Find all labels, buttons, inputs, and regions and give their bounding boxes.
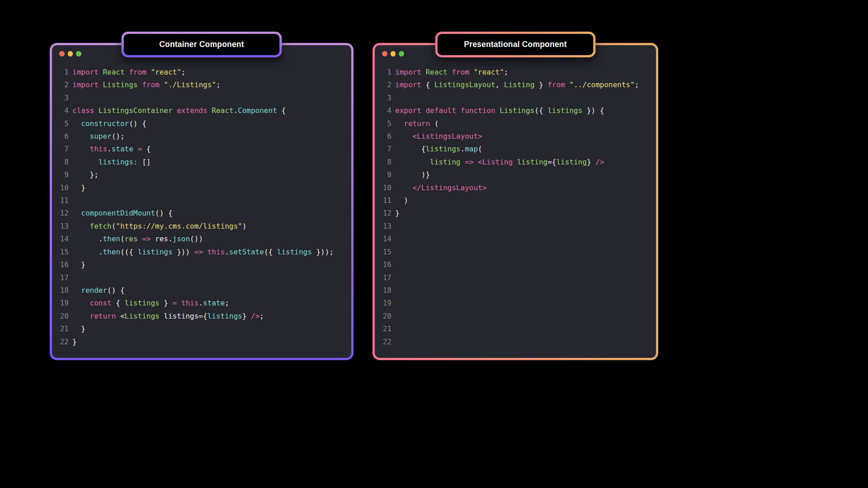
- code-text: .then(res => res.json()): [69, 233, 203, 245]
- code-line: 18 render() {: [52, 284, 351, 297]
- code-text: [392, 233, 395, 245]
- code-line: 8 listing => <Listing listing={listing} …: [375, 156, 656, 169]
- line-number: 5: [375, 117, 392, 130]
- line-number: 4: [375, 104, 392, 117]
- line-number: 15: [375, 246, 392, 258]
- code-text: }: [392, 207, 400, 220]
- code-window-container: Container Component 1import React from "…: [50, 43, 354, 360]
- code-text: [392, 336, 395, 348]
- line-number: 9: [52, 169, 69, 181]
- window-title: Container Component: [159, 40, 244, 49]
- line-number: 3: [52, 92, 69, 104]
- code-area: 1import React from "react";2import Listi…: [52, 66, 351, 348]
- code-line: 15: [375, 246, 656, 258]
- code-line: 22}: [52, 336, 351, 348]
- code-text: export default function Listings({ listi…: [392, 104, 604, 117]
- line-number: 4: [52, 104, 69, 117]
- code-text: this.state = {: [69, 143, 151, 155]
- traffic-lights: [59, 51, 81, 56]
- code-line: 7 {listings.map(: [375, 143, 656, 155]
- code-text: [392, 246, 395, 258]
- line-number: 20: [52, 310, 69, 323]
- code-text: import { ListingsLayout, Listing } from …: [392, 79, 639, 91]
- line-number: 13: [52, 220, 69, 233]
- code-text: listing => <Listing listing={listing} />: [392, 156, 604, 169]
- code-line: 22: [375, 336, 656, 348]
- code-text: )}: [392, 169, 430, 181]
- traffic-lights: [382, 51, 404, 56]
- code-line: 16 }: [52, 258, 351, 271]
- line-number: 16: [375, 258, 392, 271]
- line-number: 8: [375, 156, 392, 169]
- code-line: 7 this.state = {: [52, 143, 351, 155]
- code-line: 8 listings: []: [52, 156, 351, 169]
- code-line: 20 return <Listings listings={listings} …: [52, 310, 351, 323]
- line-number: 15: [52, 246, 69, 258]
- minimize-button[interactable]: [68, 51, 73, 56]
- code-text: fetch("https://my.cms.com/listings"): [69, 220, 246, 233]
- line-number: 17: [52, 272, 69, 284]
- line-number: 6: [375, 130, 392, 143]
- code-line: 13 fetch("https://my.cms.com/listings"): [52, 220, 351, 233]
- code-text: import Listings from "./Listings";: [69, 79, 221, 91]
- zoom-button[interactable]: [399, 51, 404, 56]
- line-number: 11: [52, 194, 69, 207]
- code-line: 12}: [375, 207, 656, 220]
- code-line: 21: [375, 323, 656, 335]
- code-text: </ListingsLayout>: [392, 182, 486, 194]
- code-line: 2import Listings from "./Listings";: [52, 79, 351, 91]
- code-text: }: [69, 323, 85, 335]
- code-text: }: [69, 182, 85, 194]
- code-text: [392, 297, 395, 310]
- line-number: 11: [375, 194, 392, 207]
- line-number: 22: [52, 336, 69, 348]
- code-text: [69, 272, 72, 284]
- code-text: import React from "react";: [392, 66, 508, 79]
- code-line: 6 super();: [52, 130, 351, 143]
- code-text: [392, 258, 395, 271]
- code-line: 6 <ListingsLayout>: [375, 130, 656, 143]
- close-button[interactable]: [59, 51, 65, 56]
- line-number: 19: [52, 297, 69, 310]
- code-line: 14: [375, 233, 656, 245]
- line-number: 21: [375, 323, 392, 335]
- line-number: 16: [52, 258, 69, 271]
- code-text: constructor() {: [69, 117, 146, 130]
- code-text: }: [69, 336, 77, 348]
- code-line: 20: [375, 310, 656, 323]
- code-line: 3: [52, 92, 351, 104]
- close-button[interactable]: [382, 51, 387, 56]
- line-number: 2: [375, 79, 392, 91]
- desktop: { "page": { "background": "#000000" }, "…: [0, 0, 868, 488]
- minimize-button[interactable]: [391, 51, 396, 56]
- code-line: 16: [375, 258, 656, 271]
- code-line: 13: [375, 220, 656, 233]
- code-text: [392, 310, 395, 323]
- window-title: Presentational Component: [464, 40, 566, 49]
- line-number: 9: [375, 169, 392, 181]
- code-text: [392, 284, 395, 297]
- line-number: 8: [52, 156, 69, 169]
- code-text: componentDidMount() {: [69, 207, 173, 220]
- line-number: 7: [375, 143, 392, 155]
- line-number: 12: [375, 207, 392, 220]
- code-line: 15 .then(({ listings })) => this.setStat…: [52, 246, 351, 258]
- code-line: 9 )}: [375, 169, 656, 181]
- code-line: 11: [52, 194, 351, 207]
- code-text: .then(({ listings })) => this.setState({…: [69, 246, 334, 258]
- line-number: 3: [375, 92, 392, 104]
- line-number: 13: [375, 220, 392, 233]
- code-line: 2import { ListingsLayout, Listing } from…: [375, 79, 656, 91]
- zoom-button[interactable]: [76, 51, 81, 56]
- line-number: 7: [52, 143, 69, 155]
- code-text: [392, 323, 395, 335]
- line-number: 12: [52, 207, 69, 220]
- code-text: render() {: [69, 284, 125, 297]
- code-text: [69, 92, 72, 104]
- code-text: ): [392, 194, 408, 207]
- line-number: 18: [52, 284, 69, 297]
- line-number: 20: [375, 310, 392, 323]
- line-number: 22: [375, 336, 392, 348]
- window-title-tab: Presentational Component: [435, 32, 596, 57]
- code-line: 17: [375, 272, 656, 284]
